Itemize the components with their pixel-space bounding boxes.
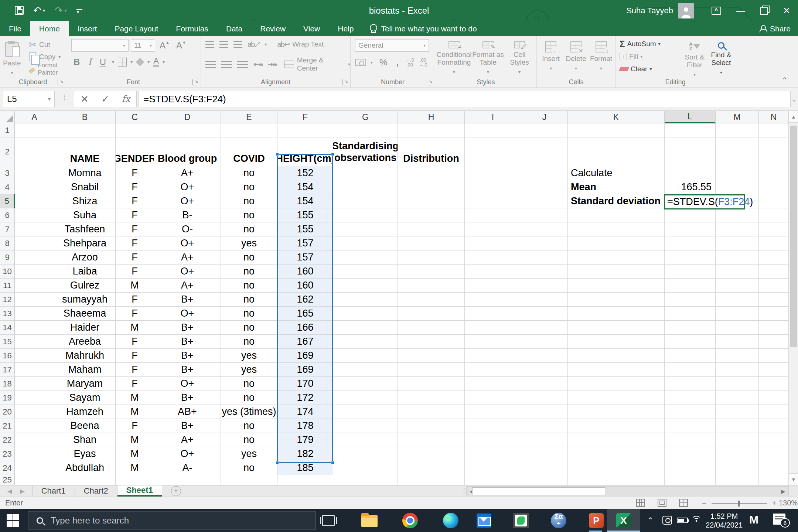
cell-N15[interactable] (759, 335, 789, 349)
cell-A11[interactable] (15, 279, 54, 293)
cell-H3[interactable] (398, 166, 465, 180)
row-header-3[interactable]: 3 (0, 166, 15, 180)
tray-expand-icon[interactable]: ⌃ (647, 516, 654, 525)
cell-L25[interactable] (665, 475, 716, 485)
taskbar-clock[interactable]: 1:52 PM 22/04/2021 (704, 512, 744, 529)
expand-formula-bar-button[interactable]: ⌄ (792, 96, 797, 103)
percent-style-button[interactable]: % (377, 57, 389, 68)
cell-M6[interactable] (716, 208, 759, 222)
cell-A24[interactable] (15, 461, 54, 475)
cell-D20[interactable]: AB+ (154, 405, 221, 419)
cell-F17[interactable]: 169 (277, 363, 333, 377)
align-right-button[interactable] (237, 61, 248, 68)
cut-button[interactable]: ✂Cut (29, 38, 66, 51)
cell-M11[interactable] (716, 279, 759, 293)
row-header-20[interactable]: 20 (0, 405, 15, 419)
row-header-9[interactable]: 9 (0, 250, 15, 265)
shrink-font-button[interactable]: A▼ (174, 40, 188, 51)
cell-N13[interactable] (759, 307, 789, 321)
cell-D16[interactable]: B+ (154, 349, 221, 363)
notification-center-icon[interactable]: 6 (773, 514, 785, 525)
cell-C3[interactable]: F (116, 166, 154, 180)
cell-I24[interactable] (465, 461, 521, 475)
cell-E8[interactable]: yes (221, 236, 277, 250)
cell-I22[interactable] (465, 433, 521, 447)
cell-G16[interactable] (333, 349, 398, 363)
cell-G10[interactable] (333, 265, 398, 279)
cell-N24[interactable] (759, 461, 789, 475)
format-cells-button[interactable]: ↕ Format▾ (589, 38, 614, 76)
row-header-14[interactable]: 14 (0, 321, 15, 335)
cell-H10[interactable] (398, 265, 465, 279)
cell-K7[interactable] (568, 222, 665, 236)
cell-H4[interactable] (398, 180, 465, 194)
cell-K1[interactable] (568, 123, 665, 137)
cell-A15[interactable] (15, 335, 54, 349)
cell-J15[interactable] (521, 335, 568, 349)
cell-N7[interactable] (759, 222, 789, 236)
next-sheet-arrow[interactable]: ▶ (20, 488, 24, 495)
cell-N18[interactable] (759, 377, 789, 391)
cell-K5[interactable]: Standard deviation (568, 194, 665, 208)
cell-N14[interactable] (759, 321, 789, 335)
number-format-combo[interactable]: General▾ (355, 39, 429, 52)
cell-H16[interactable] (398, 349, 465, 363)
cell-G19[interactable] (333, 391, 398, 405)
cell-E14[interactable]: no (221, 321, 277, 335)
cell-K24[interactable] (568, 461, 665, 475)
cell-J5[interactable] (521, 194, 568, 208)
cell-H12[interactable] (398, 293, 465, 307)
cell-L9[interactable] (665, 250, 716, 265)
cell-G15[interactable] (333, 335, 398, 349)
font-color-caret[interactable]: ▾ (163, 59, 165, 65)
cell-D1[interactable] (154, 123, 221, 137)
cell-C2[interactable]: GENDER (116, 137, 154, 166)
cell-F1[interactable] (277, 123, 333, 137)
cell-I2[interactable] (465, 137, 521, 166)
cell-B15[interactable]: Areeba (54, 335, 116, 349)
delete-cells-button[interactable]: ✕ Delete▾ (563, 38, 589, 76)
cell-F10[interactable]: 160 (277, 265, 333, 279)
cell-F25[interactable] (277, 475, 333, 485)
prev-sheet-arrow[interactable]: ◀ (7, 488, 12, 495)
cell-F21[interactable]: 178 (277, 419, 333, 433)
column-header-A[interactable]: A (15, 111, 54, 123)
cell-M3[interactable] (716, 166, 759, 180)
cell-I1[interactable] (465, 123, 521, 137)
cell-C7[interactable]: F (116, 222, 154, 236)
cell-L11[interactable] (665, 279, 716, 293)
cell-D24[interactable]: A- (154, 461, 221, 475)
cell-N3[interactable] (759, 166, 789, 180)
cell-K18[interactable] (568, 377, 665, 391)
cell-H24[interactable] (398, 461, 465, 475)
decrease-decimal-button[interactable]: .00→.0 (419, 58, 427, 67)
cell-G24[interactable] (333, 461, 398, 475)
orientation-button[interactable]: ab⤢ (248, 40, 259, 49)
cell-I4[interactable] (465, 180, 521, 194)
cell-H14[interactable] (398, 321, 465, 335)
tab-home[interactable]: Home (30, 21, 69, 36)
cell-E10[interactable]: no (221, 265, 277, 279)
cell-I19[interactable] (465, 391, 521, 405)
cell-L8[interactable] (665, 236, 716, 250)
column-header-J[interactable]: J (521, 111, 568, 123)
cell-G11[interactable] (333, 279, 398, 293)
fill-color-caret[interactable]: ▾ (147, 59, 150, 65)
restore-button[interactable] (752, 0, 775, 21)
cell-H11[interactable] (398, 279, 465, 293)
cell-K8[interactable] (568, 236, 665, 250)
tab-insert[interactable]: Insert (69, 21, 106, 36)
row-header-10[interactable]: 10 (0, 265, 15, 279)
cell-A19[interactable] (15, 391, 54, 405)
cell-M12[interactable] (716, 293, 759, 307)
cell-D13[interactable]: O+ (154, 307, 221, 321)
underline-button[interactable]: U (98, 57, 108, 67)
cell-N6[interactable] (759, 208, 789, 222)
cell-I17[interactable] (465, 363, 521, 377)
cell-E3[interactable]: no (221, 166, 277, 180)
cell-C17[interactable]: F (116, 363, 154, 377)
row-header-6[interactable]: 6 (0, 208, 15, 222)
cell-C10[interactable]: F (116, 265, 154, 279)
cell-C11[interactable]: M (116, 279, 154, 293)
tab-view[interactable]: View (294, 21, 329, 36)
